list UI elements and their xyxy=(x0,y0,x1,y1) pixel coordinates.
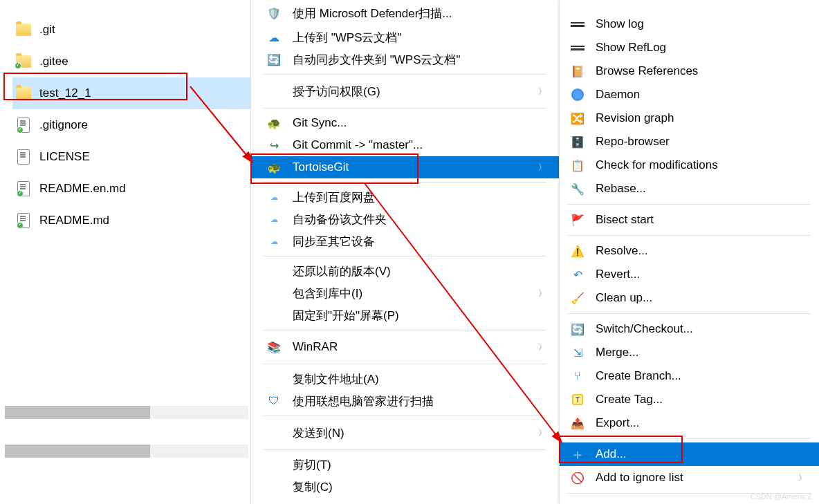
submenu-show-reflog[interactable]: Show RefLog xyxy=(560,36,819,59)
scrollbar-track[interactable] xyxy=(5,406,248,419)
menu-tortoisegit[interactable]: 🐢 TortoiseGit 〉 xyxy=(251,156,559,178)
submenu-create-branch[interactable]: ⑂Create Branch... xyxy=(560,364,819,388)
branch-icon: ⑂ xyxy=(569,368,586,384)
bisect-icon: 🚩 xyxy=(569,212,586,228)
menu-lenovo-scan[interactable]: 🛡 使用联想电脑管家进行扫描 xyxy=(251,390,559,412)
menu-baidu-sync[interactable]: ☁ 同步至其它设备 xyxy=(251,230,559,252)
chevron-right-icon: 〉 xyxy=(538,288,546,299)
context-menu: 🛡️ 使用 Microsoft Defender扫描... ☁ 上传到 "WPS… xyxy=(250,0,559,504)
menu-send-to[interactable]: 发送到(N) 〉 xyxy=(251,420,559,446)
add-icon: ＋ xyxy=(569,446,586,463)
graph-icon: 🔀 xyxy=(569,110,586,127)
log-icon xyxy=(569,16,586,32)
file-icon xyxy=(16,149,31,165)
backup-icon: ☁ xyxy=(265,210,283,228)
file-item-gitignore[interactable]: .gitignore xyxy=(12,109,250,141)
submenu-create-tag[interactable]: TCreate Tag... xyxy=(560,388,819,411)
menu-restore-version[interactable]: 还原以前的版本(V) xyxy=(251,260,559,282)
submenu-cleanup[interactable]: 🧹Clean up... xyxy=(560,286,819,310)
submenu-merge[interactable]: ⇲Merge... xyxy=(560,341,819,364)
file-name: LICENSE xyxy=(39,150,90,164)
tortoise-icon: 🐢 xyxy=(265,158,283,176)
submodule-add-icon: ＋ xyxy=(569,501,586,504)
submenu-browse-ref[interactable]: 📔Browse References xyxy=(560,59,819,83)
file-item-license[interactable]: LICENSE xyxy=(12,141,250,173)
chevron-right-icon: 〉 xyxy=(538,427,546,439)
submenu-rebase[interactable]: 🔧Rebase... xyxy=(560,177,819,200)
submenu-resolve[interactable]: ⚠️Resolve... xyxy=(560,239,819,263)
submenu-add[interactable]: ＋Add... xyxy=(560,442,819,466)
file-name: README.en.md xyxy=(39,182,126,196)
resolve-icon: ⚠️ xyxy=(569,243,586,259)
menu-winrar[interactable]: 📚 WinRAR 〉 xyxy=(251,334,559,360)
submenu-bisect[interactable]: 🚩Bisect start xyxy=(560,208,819,232)
switch-icon: 🔄 xyxy=(569,321,586,337)
tortoisegit-submenu: Show log Show RefLog 📔Browse References … xyxy=(559,0,819,504)
folder-icon xyxy=(16,86,31,101)
chevron-right-icon: 〉 xyxy=(798,472,807,484)
menu-separator xyxy=(568,235,811,236)
winrar-icon: 📚 xyxy=(265,338,283,356)
folder-icon xyxy=(16,22,31,37)
revert-icon: ↶ xyxy=(569,266,586,283)
menu-cut[interactable]: 剪切(T) xyxy=(251,454,559,476)
menu-copy-address[interactable]: 复制文件地址(A) xyxy=(251,368,559,390)
submenu-check-mod[interactable]: 📋Check for modifications xyxy=(560,153,819,177)
menu-copy[interactable]: 复制(C) xyxy=(251,476,559,498)
menu-grant-access[interactable]: 授予访问权限(G) 〉 xyxy=(251,78,559,104)
menu-separator xyxy=(568,313,811,314)
menu-separator xyxy=(264,74,546,75)
check-mod-icon: 📋 xyxy=(569,157,586,174)
file-item-test121[interactable]: test_12_1 xyxy=(12,77,250,109)
submenu-add-ignore[interactable]: 🚫Add to ignore list〉 xyxy=(560,466,819,489)
submenu-revert[interactable]: ↶Revert... xyxy=(560,263,819,286)
submenu-switch[interactable]: 🔄Switch/Checkout... xyxy=(560,317,819,341)
submenu-daemon[interactable]: Daemon xyxy=(560,83,819,106)
menu-defender-scan[interactable]: 🛡️ 使用 Microsoft Defender扫描... xyxy=(251,0,559,26)
git-commit-icon: ↪ xyxy=(265,136,283,154)
file-list-pane: .git .gitee test_12_1 .gitignore LICENSE… xyxy=(0,0,250,504)
menu-baidu-upload[interactable]: ☁ 上传到百度网盘 xyxy=(251,186,559,208)
sync-icon: 🔄 xyxy=(265,50,283,68)
sync-devices-icon: ☁ xyxy=(265,232,283,250)
cleanup-icon: 🧹 xyxy=(569,290,586,306)
menu-git-commit[interactable]: ↪ Git Commit -> "master"... xyxy=(251,134,559,156)
menu-separator xyxy=(264,330,546,330)
submenu-export[interactable]: 📤Export... xyxy=(560,411,819,435)
menu-separator xyxy=(568,204,811,205)
submenu-show-log[interactable]: Show log xyxy=(560,12,819,36)
watermark: CSDN @Ameris Z xyxy=(751,492,812,501)
file-item-git[interactable]: .git xyxy=(12,14,250,46)
file-item-gitee[interactable]: .gitee xyxy=(12,46,250,77)
menu-include-library[interactable]: 包含到库中(I) 〉 xyxy=(251,282,559,304)
menu-wps-upload[interactable]: ☁ 上传到 "WPS云文档" xyxy=(251,26,559,48)
file-icon xyxy=(16,118,31,133)
reflog-icon xyxy=(569,39,586,56)
scrollbar-track[interactable] xyxy=(5,445,248,458)
file-name: .gitee xyxy=(39,55,68,68)
folder-icon xyxy=(16,54,31,69)
file-name: .git xyxy=(39,23,55,37)
cloud-icon: ☁ xyxy=(265,188,283,206)
export-icon: 📤 xyxy=(569,415,586,431)
menu-separator xyxy=(568,438,811,439)
submenu-repo-browser[interactable]: 🗄️Repo-browser xyxy=(560,130,819,153)
tag-icon: T xyxy=(569,391,586,408)
file-item-readme[interactable]: README.md xyxy=(12,205,250,236)
references-icon: 📔 xyxy=(569,63,586,80)
file-icon xyxy=(16,181,31,196)
menu-git-sync[interactable]: 🐢 Git Sync... xyxy=(251,112,559,134)
file-item-readme-en[interactable]: README.en.md xyxy=(12,173,250,205)
menu-pin-start[interactable]: 固定到"开始"屏幕(P) xyxy=(251,304,559,326)
lenovo-shield-icon: 🛡 xyxy=(265,392,283,410)
chevron-right-icon: 〉 xyxy=(538,342,546,353)
menu-wps-sync[interactable]: 🔄 自动同步文件夹到 "WPS云文档" xyxy=(251,48,559,71)
cloud-upload-icon: ☁ xyxy=(265,28,283,46)
ignore-icon: 🚫 xyxy=(569,469,586,486)
globe-icon xyxy=(569,86,586,103)
menu-baidu-backup[interactable]: ☁ 自动备份该文件夹 xyxy=(251,208,559,230)
submenu-revision-graph[interactable]: 🔀Revision graph xyxy=(560,106,819,130)
file-name: .gitignore xyxy=(39,118,88,132)
menu-separator xyxy=(264,364,546,364)
rebase-icon: 🔧 xyxy=(569,180,586,197)
